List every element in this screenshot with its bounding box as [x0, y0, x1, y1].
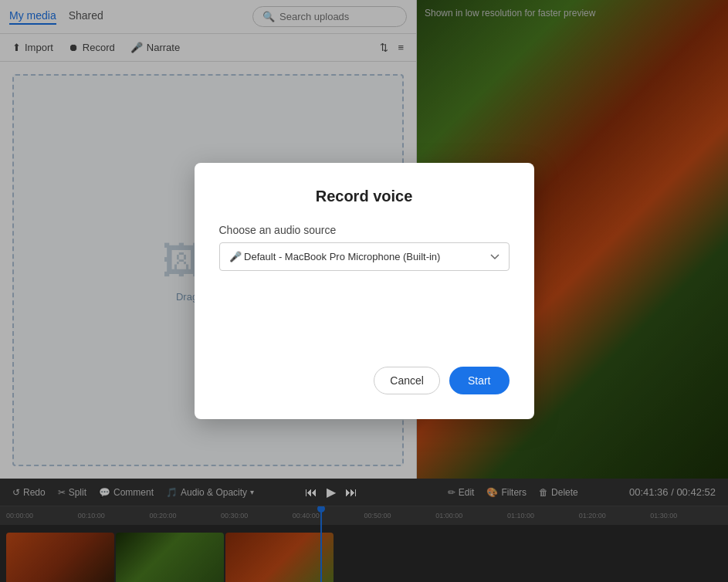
app-container: My media Shared 🔍 ⬆ Import ⏺ Record	[0, 0, 728, 582]
audio-source-select[interactable]: 🎤 Default - MacBook Pro Microphone (Buil…	[219, 242, 510, 271]
modal-footer: Cancel Start	[219, 367, 510, 394]
record-voice-modal: Record voice Choose an audio source 🎤 De…	[195, 163, 534, 419]
cancel-button[interactable]: Cancel	[374, 367, 440, 394]
modal-content-area	[219, 271, 510, 348]
modal-overlay[interactable]: Record voice Choose an audio source 🎤 De…	[0, 0, 728, 582]
start-button[interactable]: Start	[449, 367, 510, 394]
audio-source-label: Choose an audio source	[219, 224, 510, 236]
modal-title: Record voice	[219, 188, 510, 205]
